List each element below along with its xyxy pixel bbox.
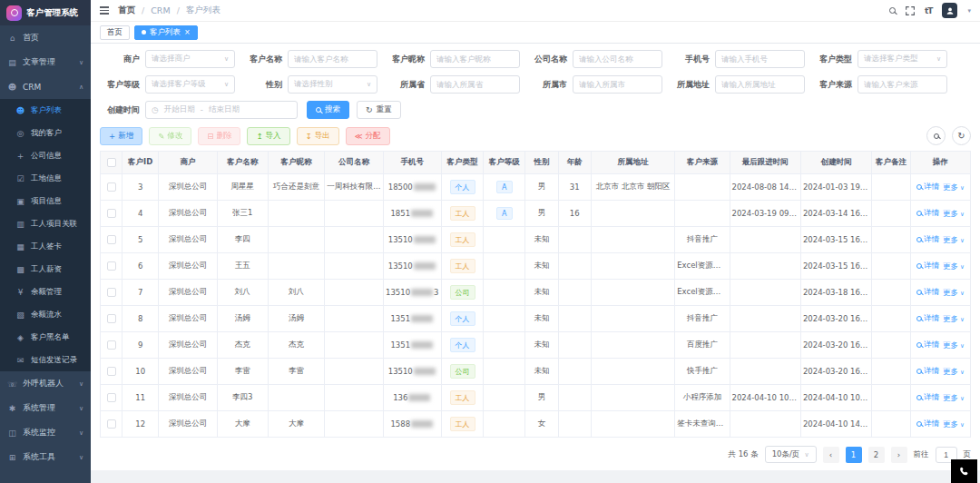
tab-home[interactable]: 首页: [100, 25, 130, 40]
detail-link[interactable]: 详情: [916, 340, 939, 350]
row-checkbox[interactable]: [107, 367, 116, 376]
row-checkbox[interactable]: [107, 182, 116, 192]
sidebar-item-balance-flow[interactable]: ▧余额流水: [0, 303, 91, 326]
page-size-select[interactable]: 10条/页 ∨: [765, 446, 817, 463]
fullscreen-icon[interactable]: [906, 6, 915, 15]
detail-link[interactable]: 详情: [916, 208, 939, 219]
page-button-1[interactable]: 1: [846, 447, 862, 463]
gender-select[interactable]: 请选择性别∨: [288, 75, 377, 94]
cell-id: 8: [122, 306, 159, 332]
detail-link[interactable]: 详情: [916, 287, 939, 298]
detail-link[interactable]: 详情: [916, 366, 939, 377]
customer-source-input-wrap: [858, 75, 947, 94]
cell-follow: [730, 280, 800, 306]
next-page-button[interactable]: ›: [891, 447, 907, 463]
sidebar-item-system-tools[interactable]: ⊞系统工具∨: [0, 445, 91, 469]
more-link[interactable]: 更多∨: [943, 182, 965, 193]
font-size-icon[interactable]: tT: [925, 6, 932, 15]
more-link[interactable]: 更多∨: [943, 288, 965, 299]
sidebar-item-crm[interactable]: ☻CRM∧: [0, 74, 91, 99]
chevron-down-icon[interactable]: ▾: [967, 7, 971, 15]
cell-company: 一周科技有限...: [325, 174, 383, 201]
delete-button[interactable]: ⊟删除: [198, 127, 240, 145]
cell-remark: [872, 359, 910, 385]
sidebar-item-system-monitor[interactable]: ◫系统监控∨: [0, 420, 91, 445]
search-icon[interactable]: [889, 7, 896, 14]
customer-source-input[interactable]: [864, 80, 941, 89]
cell-remark: [872, 306, 910, 332]
tab-customer-list[interactable]: 客户列表 ×: [134, 25, 198, 40]
breadcrumb-crm[interactable]: CRM: [151, 5, 170, 15]
phone-input[interactable]: [721, 54, 799, 64]
sidebar-item-system-manage[interactable]: ✱系统管理∨: [0, 396, 91, 420]
avatar[interactable]: [942, 3, 957, 18]
date-range-picker[interactable]: ◷ 开始日期 - 结束日期: [145, 101, 298, 119]
province-input[interactable]: [436, 80, 514, 89]
sidebar-item-customer-blacklist[interactable]: ◈客户黑名单: [0, 326, 91, 349]
prev-page-button[interactable]: ‹: [823, 447, 839, 463]
sidebar-item-sms-record[interactable]: ✉短信发送记录: [0, 349, 91, 371]
more-link[interactable]: 更多∨: [943, 235, 965, 246]
sidebar-item-my-customers[interactable]: ◎我的客户: [0, 122, 91, 144]
merchant-select[interactable]: 请选择商户∨: [145, 50, 235, 68]
cell-phone: 136: [383, 385, 441, 411]
toggle-search-button[interactable]: [926, 126, 946, 145]
customer-nickname-input[interactable]: [436, 54, 514, 64]
detail-link[interactable]: 详情: [916, 234, 939, 245]
row-select-cell: [101, 332, 122, 359]
more-link[interactable]: 更多∨: [943, 261, 965, 272]
detail-link[interactable]: 详情: [916, 419, 939, 429]
row-checkbox[interactable]: [107, 340, 116, 350]
select-all-checkbox[interactable]: [107, 158, 116, 167]
sidebar-item-outbound-robot[interactable]: ☏外呼机器人∨: [0, 371, 91, 396]
more-link[interactable]: 更多∨: [943, 419, 965, 430]
row-checkbox[interactable]: [107, 261, 116, 271]
more-link[interactable]: 更多∨: [943, 393, 965, 404]
sidebar-item-article-manage[interactable]: ▤文章管理∨: [0, 50, 91, 74]
more-link[interactable]: 更多∨: [943, 314, 965, 325]
address-input[interactable]: [721, 80, 799, 89]
customer-type-select[interactable]: 请选择客户类型∨: [858, 50, 947, 68]
sidebar-item-project-info[interactable]: ▣项目信息: [0, 190, 91, 212]
upload-button[interactable]: ↥导入: [247, 127, 289, 145]
sidebar-item-worker-salary[interactable]: ▩工人薪资: [0, 258, 91, 281]
sidebar-item-company-info[interactable]: +公司信息: [0, 144, 91, 167]
row-checkbox[interactable]: [107, 393, 116, 402]
detail-link[interactable]: 详情: [916, 313, 939, 324]
sidebar-item-worker-sign-card[interactable]: ▦工人签卡: [0, 235, 91, 258]
row-checkbox[interactable]: [107, 288, 116, 297]
detail-link[interactable]: 详情: [916, 392, 939, 403]
customer-level-select[interactable]: 请选择客户等级∨: [145, 75, 235, 94]
row-checkbox[interactable]: [107, 209, 116, 218]
sidebar-item-home[interactable]: ⌂首页: [0, 25, 91, 50]
plus-button[interactable]: +新增: [100, 127, 142, 145]
edit-button[interactable]: ✎修改: [149, 127, 191, 145]
detail-link[interactable]: 详情: [916, 261, 939, 271]
breadcrumb-home[interactable]: 首页: [118, 5, 135, 16]
close-icon[interactable]: ×: [184, 29, 191, 36]
city-input[interactable]: [579, 80, 656, 89]
detail-link[interactable]: 详情: [916, 182, 939, 192]
company-name-input[interactable]: [579, 54, 656, 64]
sidebar-item-site-info[interactable]: ☑工地信息: [0, 167, 91, 190]
row-checkbox[interactable]: [107, 419, 116, 429]
row-checkbox[interactable]: [107, 235, 116, 244]
row-checkbox[interactable]: [107, 314, 116, 323]
search-button[interactable]: 搜索: [307, 101, 349, 119]
more-link[interactable]: 更多∨: [943, 209, 965, 220]
menu-toggle-icon[interactable]: [100, 6, 109, 15]
call-widget-button[interactable]: [951, 459, 977, 483]
reset-button[interactable]: ↻ 重置: [357, 101, 401, 119]
sidebar-item-worker-project-link[interactable]: ▥工人项目关联: [0, 212, 91, 235]
refresh-button[interactable]: ↻: [952, 126, 971, 145]
detail-icon: [916, 342, 922, 348]
page-button-2[interactable]: 2: [868, 447, 885, 463]
sidebar-item-customer-list[interactable]: ☻客户列表: [0, 99, 91, 122]
allocate-button[interactable]: ≪分配: [346, 127, 390, 145]
sidebar-item-balance-manage[interactable]: ¥余额管理: [0, 281, 91, 303]
customer-name-input[interactable]: [294, 54, 371, 64]
more-link[interactable]: 更多∨: [943, 340, 965, 351]
more-link[interactable]: 更多∨: [943, 367, 965, 378]
sidebar-item-label: 我的客户: [31, 128, 62, 139]
download-button[interactable]: ↧导出: [297, 127, 339, 145]
